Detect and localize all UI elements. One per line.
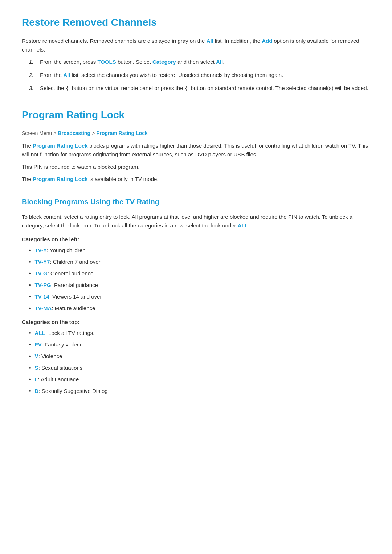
cat-tv-14-desc: : Viewers 14 and over	[49, 292, 102, 301]
cat-tv-g-desc: : General audience	[48, 269, 94, 278]
breadcrumb-broadcasting: Broadcasting	[58, 129, 90, 137]
cat-s-desc: : Sexual situations	[38, 364, 83, 372]
cat-tv-pg-code: TV-PG	[35, 281, 51, 290]
cat-d-code: D	[35, 387, 39, 395]
para3-end: is available only in TV mode.	[88, 176, 159, 182]
cat-l-desc: : Adult Language	[38, 375, 79, 384]
step-3-num: 3.	[29, 84, 40, 93]
cat-s-code: S	[35, 364, 38, 372]
cat-l-code: L	[35, 375, 38, 384]
intro-text-start: Restore removed channels. Removed channe…	[22, 38, 207, 44]
cat-tv-y7-desc: : Children 7 and over	[50, 258, 100, 266]
intro-mid: list. In addition, the	[213, 38, 262, 44]
section2-title: Program Rating Lock	[22, 107, 370, 123]
para1-start: The	[22, 143, 33, 149]
cat-d: D: Sexually Suggestive Dialog	[29, 387, 370, 395]
step-1: 1. From the screen, press TOOLS button. …	[29, 58, 370, 66]
chevron-2: >	[92, 129, 95, 137]
subsection-para1: To block content, select a rating entry …	[22, 213, 370, 230]
para3-link: Program Rating Lock	[33, 176, 88, 182]
cat-tv-y: TV-Y: Young children	[29, 246, 370, 255]
cat-tv-ma-code: TV-MA	[35, 304, 52, 313]
intro-all: All	[207, 38, 213, 44]
cat-all: ALL: Lock all TV ratings.	[29, 329, 370, 337]
all-keyword-1: All	[216, 59, 223, 65]
cat-tv-ma: TV-MA: Mature audience	[29, 304, 370, 313]
cat-d-desc: : Sexually Suggestive Dialog	[38, 387, 107, 395]
cat-fv-code: FV	[35, 340, 42, 349]
subsection-blocking: Blocking Programs Using the TV Rating To…	[22, 196, 370, 395]
cat-v-desc: : Violence	[38, 352, 62, 361]
section-program-rating-lock: Program Rating Lock Screen Menu > Broadc…	[22, 107, 370, 395]
cat-tv-pg-desc: : Parental guidance	[51, 281, 98, 290]
para3-start: The	[22, 176, 33, 182]
cat-tv-y7: TV-Y7: Children 7 and over	[29, 258, 370, 266]
step-3-content: Select the { button on the virtual remot…	[40, 84, 370, 93]
cat-tv-y-code: TV-Y	[35, 246, 47, 255]
chevron-1: >	[53, 129, 56, 137]
categories-left-label: Categories on the left:	[22, 235, 370, 244]
cat-all-desc: : Lock all TV ratings.	[45, 329, 95, 337]
curly-1: {	[66, 85, 69, 91]
section2-para2: This PIN is required to watch a blocked …	[22, 163, 370, 171]
step-1-num: 1.	[29, 58, 40, 66]
section2-para3: The Program Rating Lock is available onl…	[22, 175, 370, 184]
cat-tv-y-desc: : Young children	[47, 246, 86, 255]
cat-fv-desc: : Fantasy violence	[42, 340, 86, 349]
step-2: 2. From the All list, select the channel…	[29, 71, 370, 79]
cat-tv-g: TV-G: General audience	[29, 269, 370, 278]
cat-v-code: V	[35, 352, 38, 361]
step-2-num: 2.	[29, 71, 40, 79]
subsection-all-link: ALL	[238, 222, 248, 229]
section1-title: Restore Removed Channels	[22, 15, 370, 31]
section2-para1: The Program Rating Lock blocks programs …	[22, 141, 370, 159]
cat-tv-ma-desc: : Mature audience	[52, 304, 95, 313]
category-keyword: Category	[152, 59, 176, 65]
step-2-content: From the All list, select the channels y…	[40, 71, 370, 79]
categories-top-label: Categories on the top:	[22, 318, 370, 327]
para1-link: Program Rating Lock	[33, 143, 88, 149]
all-keyword-2: All	[63, 72, 70, 78]
categories-left-list: TV-Y: Young children TV-Y7: Children 7 a…	[29, 246, 370, 313]
cat-tv-y7-code: TV-Y7	[35, 258, 50, 266]
step-1-content: From the screen, press TOOLS button. Sel…	[40, 58, 370, 66]
breadcrumb: Screen Menu > Broadcasting > Program Rat…	[22, 129, 370, 137]
step-3: 3. Select the { button on the virtual re…	[29, 84, 370, 93]
tools-keyword: TOOLS	[97, 59, 116, 65]
curly-2: {	[185, 85, 188, 91]
categories-top-list: ALL: Lock all TV ratings. FV: Fantasy vi…	[29, 329, 370, 395]
subsection-title: Blocking Programs Using the TV Rating	[22, 196, 370, 208]
subsection-para1-text: To block content, select a rating entry …	[22, 214, 352, 229]
breadcrumb-start: Screen Menu	[22, 129, 52, 137]
breadcrumb-program-rating-lock: Program Rating Lock	[96, 129, 148, 137]
cat-all-code: ALL	[35, 329, 45, 337]
steps-list: 1. From the screen, press TOOLS button. …	[29, 58, 370, 93]
cat-s: S: Sexual situations	[29, 364, 370, 372]
cat-tv-pg: TV-PG: Parental guidance	[29, 281, 370, 290]
cat-l: L: Adult Language	[29, 375, 370, 384]
cat-tv-14-code: TV-14	[35, 292, 49, 301]
subsection-para1-end: .	[248, 222, 250, 229]
cat-tv-g-code: TV-G	[35, 269, 48, 278]
cat-fv: FV: Fantasy violence	[29, 340, 370, 349]
intro-add: Add	[262, 38, 272, 44]
section1-intro: Restore removed channels. Removed channe…	[22, 37, 370, 54]
section-restore-channels: Restore Removed Channels Restore removed…	[22, 15, 370, 93]
cat-tv-14: TV-14: Viewers 14 and over	[29, 292, 370, 301]
cat-v: V: Violence	[29, 352, 370, 361]
